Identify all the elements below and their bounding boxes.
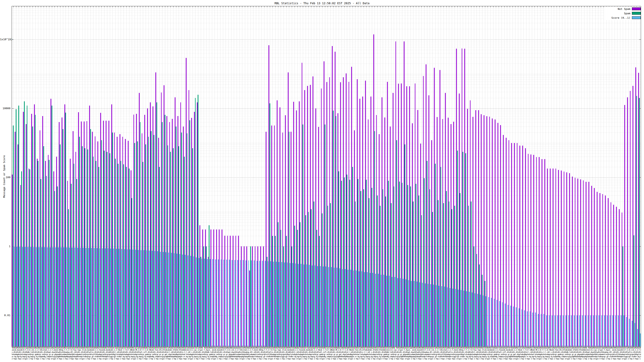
bar-score-0-1- [124, 249, 125, 347]
bar-not-spam [108, 121, 109, 347]
bar-not-spam [180, 102, 181, 347]
cluster-gridline [592, 6, 593, 347]
cluster-gridline [560, 6, 560, 347]
top-axis-tick [432, 6, 433, 7]
top-axis-tick [551, 6, 552, 7]
bar-score-0-1- [422, 283, 423, 347]
top-axis-tick [264, 6, 264, 7]
bar-not-spam [486, 116, 487, 347]
bar-score-0-1- [273, 262, 274, 347]
bar-not-spam [346, 73, 346, 347]
bar-not-spam [379, 134, 380, 347]
bar-not-spam [244, 246, 244, 347]
bar-score-0-1- [392, 277, 392, 347]
bar-score-0-1- [105, 248, 106, 347]
bar-score-0-1- [246, 260, 246, 347]
cluster-gridline [524, 6, 524, 347]
top-axis-tick [333, 6, 334, 7]
bar-score-0-1- [350, 270, 351, 347]
bar-not-spam [357, 79, 358, 347]
bar-not-spam [147, 108, 148, 347]
bar-not-spam [588, 182, 589, 347]
bar-not-spam [409, 86, 410, 347]
bar-score-0-1- [516, 307, 516, 347]
bar-spam [440, 167, 441, 347]
bar-not-spam [321, 88, 322, 347]
bar-score-0-1- [389, 276, 390, 347]
bar-score-0-1- [118, 249, 119, 347]
bar-spam [200, 257, 201, 347]
bar-spam [142, 162, 143, 347]
bar-spam [639, 98, 640, 347]
bar-not-spam [575, 178, 576, 347]
bar-score-0-1- [163, 252, 164, 347]
bar-spam [292, 246, 292, 347]
bar-not-spam [161, 92, 162, 347]
cluster-gridline [515, 6, 516, 347]
major-gridline [12, 39, 641, 40]
x-axis-label-row: zensb.bezen0.0.Y.2.0.1.b1.1.1.Y.01istan1… [12, 349, 641, 351]
bar-not-spam [246, 246, 247, 347]
bar-spam [460, 193, 460, 347]
bar-spam [13, 125, 14, 347]
bar-spam [140, 122, 141, 347]
bar-score-0-1- [510, 306, 511, 347]
bar-score-0-1- [433, 285, 434, 347]
bar-spam [270, 103, 270, 347]
bar-score-0-1- [621, 315, 622, 347]
bar-not-spam [263, 246, 264, 347]
bar-not-spam [50, 99, 51, 347]
bar-spam [98, 167, 99, 347]
bar-not-spam [578, 179, 578, 347]
top-axis-tick [347, 6, 347, 7]
bar-score-0-1- [447, 287, 448, 347]
bar-not-spam [627, 97, 628, 347]
bar-spam [82, 146, 83, 347]
top-axis-tick [344, 6, 344, 7]
bar-not-spam [144, 115, 145, 347]
bar-not-spam [622, 213, 622, 347]
bar-score-0-1- [96, 248, 98, 347]
bar-spam [195, 98, 196, 347]
bar-score-0-1- [480, 295, 481, 347]
bar-not-spam [440, 70, 440, 347]
bar-score-0-1- [378, 274, 379, 347]
top-axis-tick [157, 6, 157, 7]
minor-gridline [12, 41, 641, 41]
top-axis-tick [554, 6, 554, 7]
bar-score-0-1- [80, 248, 81, 347]
bar-score-0-1- [309, 265, 310, 347]
bar-score-0-1- [557, 315, 558, 347]
bar-spam [156, 102, 157, 347]
bar-not-spam [539, 157, 540, 347]
bar-spam [272, 236, 273, 347]
bar-spam [479, 265, 480, 347]
top-axis-tick [16, 6, 16, 7]
bar-not-spam [183, 126, 184, 347]
bar-not-spam [602, 194, 603, 347]
bar-not-spam [142, 133, 142, 347]
bar-not-spam [268, 45, 269, 347]
bar-score-0-1- [138, 250, 139, 347]
top-axis-tick [490, 6, 491, 7]
bar-spam [168, 145, 168, 347]
bar-spam [151, 131, 152, 347]
bar-score-0-1- [108, 248, 108, 347]
bottom-axis-tick [256, 346, 256, 347]
bar-spam [407, 185, 408, 347]
bar-score-0-1- [615, 315, 616, 347]
bar-score-0-1- [61, 247, 62, 347]
bar-score-0-1- [508, 305, 508, 347]
top-axis-tick [435, 6, 436, 7]
bar-score-0-1- [406, 279, 406, 347]
cluster-gridline [510, 6, 510, 347]
top-axis-tick [314, 6, 314, 7]
bar-spam [372, 188, 372, 347]
top-axis-tick [99, 6, 99, 7]
bar-not-spam [550, 169, 550, 347]
bar-score-0-1- [458, 290, 459, 347]
top-axis-tick [529, 6, 529, 7]
bar-score-0-1- [132, 250, 133, 347]
top-axis-tick [446, 6, 446, 7]
bar-not-spam [258, 246, 258, 347]
